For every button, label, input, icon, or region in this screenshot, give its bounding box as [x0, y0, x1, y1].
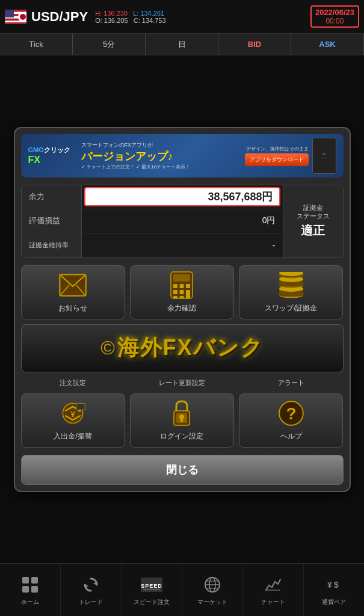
svg-rect-17 — [173, 284, 177, 288]
header: USD/JPY H: 136.230 L: 134.261 O: 136.205… — [0, 0, 364, 34]
svg-text:¥: ¥ — [327, 580, 332, 590]
svg-text:SPEED: SPEED — [141, 583, 162, 589]
notice-label: お知らせ — [58, 303, 87, 313]
swap-label: スワップ/証拠金 — [265, 303, 317, 313]
svg-rect-23 — [173, 296, 177, 298]
svg-rect-42 — [180, 418, 183, 422]
svg-marker-51 — [85, 584, 88, 588]
svg-text:¥: ¥ — [71, 410, 76, 419]
tab-day[interactable]: 日 — [146, 34, 218, 55]
download-button[interactable]: アプリをダウンロード — [245, 153, 309, 166]
envelope-icon — [58, 271, 87, 300]
svg-rect-20 — [173, 290, 177, 294]
coins-icon — [277, 271, 306, 300]
lock-icon — [167, 399, 196, 428]
svg-rect-47 — [31, 577, 38, 584]
margin-row: 証拠金維持率 - — [22, 233, 283, 257]
balance-check-label: 余力確認 — [167, 303, 196, 313]
modal-overlay: GMOクリック FX スマートフォンのFXアプリが バージョンアップ♪ ✓ チャ… — [0, 55, 364, 563]
gmo-banner[interactable]: GMOクリック FX スマートフォンのFXアプリが バージョンアップ♪ ✓ チャ… — [21, 134, 344, 177]
flag-icon — [5, 10, 26, 24]
kaigai-text: 海外FXバンク — [117, 333, 264, 363]
status-value: 適正 — [301, 223, 325, 239]
eval-label: 評価損益 — [22, 209, 82, 233]
swap-button[interactable]: スワップ/証拠金 — [239, 265, 343, 319]
eval-row: 評価損益 0円 — [22, 209, 283, 233]
balance-check-button[interactable]: 余力確認 — [130, 265, 234, 319]
open-price: O: 136.205 — [95, 17, 128, 24]
transfer-icon: ¥ — [58, 399, 87, 428]
kaigai-banner[interactable]: © 海外FXバンク — [21, 324, 344, 372]
svg-text:?: ? — [286, 404, 296, 423]
tab-5min[interactable]: 5分 — [73, 34, 146, 55]
help-icon: ? — [277, 399, 306, 428]
currency-pair: USD/JPY — [31, 9, 88, 25]
main-modal: GMOクリック FX スマートフォンのFXアプリが バージョンアップ♪ ✓ チャ… — [14, 127, 351, 492]
svg-rect-46 — [22, 577, 29, 584]
calculator-icon — [167, 271, 196, 300]
transfer-button[interactable]: ¥ 入出金/振替 — [21, 393, 125, 448]
grid-icon — [19, 574, 41, 596]
notice-button[interactable]: お知らせ — [21, 265, 125, 319]
banner-tagline: デザイン、操作性はそのまま — [246, 146, 309, 152]
nav-currency-label: 通貨ペア — [322, 598, 346, 606]
nav-chart[interactable]: チャート — [243, 564, 304, 616]
nav-speed[interactable]: SPEED スピード注文 — [122, 564, 182, 616]
svg-rect-48 — [22, 586, 29, 593]
svg-rect-7 — [5, 22, 26, 24]
help-label: ヘルプ — [280, 431, 302, 442]
time-display: 00:00 — [315, 17, 354, 25]
status-label: 証拠金ステータス — [297, 203, 330, 221]
svg-text:$: $ — [334, 580, 339, 590]
transfer-label: 入出金/振替 — [54, 431, 91, 442]
nav-currency[interactable]: ¥ $ 通貨ペア — [304, 564, 364, 616]
nav-speed-label: スピード注文 — [134, 598, 170, 606]
svg-rect-16 — [173, 274, 190, 282]
svg-rect-18 — [180, 284, 184, 288]
alert-label: アラート — [239, 377, 343, 389]
chart-icon — [262, 574, 284, 596]
tab-ask[interactable]: ASK — [291, 34, 364, 55]
tab-bid[interactable]: BID — [218, 34, 291, 55]
tab-tick[interactable]: Tick — [0, 34, 73, 55]
globe-icon — [202, 574, 223, 596]
help-button[interactable]: ? ヘルプ — [239, 393, 343, 448]
svg-rect-8 — [5, 10, 14, 17]
svg-rect-36 — [76, 403, 85, 410]
account-left: 余力 38,567,688円 評価損益 0円 証拠金維持率 - — [22, 185, 283, 257]
menu-sub-labels: 注文設定 レート更新設定 アラート — [21, 377, 344, 389]
order-settings-label: 注文設定 — [21, 377, 125, 389]
nav-trade-label: トレード — [79, 598, 103, 606]
margin-label: 証拠金維持率 — [22, 233, 82, 257]
nav-home[interactable]: ホーム — [0, 564, 61, 616]
speed-icon: SPEED — [141, 574, 162, 596]
balance-value: 38,567,688円 — [84, 187, 280, 206]
date-display: 2022/06/23 — [315, 8, 354, 17]
high-price: H: 136.230 — [95, 10, 128, 17]
banner-logo: GMOクリック FX — [28, 146, 76, 165]
svg-rect-24 — [180, 296, 184, 298]
svg-rect-19 — [186, 284, 190, 288]
menu-row-1: お知らせ — [21, 265, 344, 319]
svg-point-10 — [20, 14, 26, 20]
nav-market[interactable]: マーケット — [182, 564, 243, 616]
kaigai-circle: © — [100, 337, 115, 359]
nav-trade[interactable]: トレード — [61, 564, 122, 616]
date-box: 2022/06/23 00:00 — [310, 5, 359, 28]
phone-mockup: 📱 — [312, 138, 336, 174]
price-info: H: 136.230 L: 134.261 O: 136.205 C: 134.… — [95, 10, 310, 24]
balance-label: 余力 — [22, 185, 82, 209]
balance-row: 余力 38,567,688円 — [22, 185, 283, 209]
login-settings-button[interactable]: ログイン設定 — [130, 393, 234, 448]
close-button[interactable]: 閉じる — [21, 455, 344, 485]
close-price: C: 134.753 — [134, 17, 166, 24]
low-price: L: 134.261 — [133, 10, 164, 17]
account-table: 余力 38,567,688円 評価損益 0円 証拠金維持率 - 証拠金ステータス… — [21, 185, 344, 258]
tab-bar: Tick 5分 日 BID ASK — [0, 34, 364, 55]
svg-rect-21 — [180, 290, 184, 294]
bottom-nav: ホーム トレード SPEED スピード注文 — [0, 563, 364, 616]
close-label: 閉じる — [166, 463, 199, 477]
svg-marker-50 — [93, 582, 97, 585]
refresh-icon — [80, 574, 102, 596]
account-status: 証拠金ステータス 適正 — [283, 185, 343, 257]
